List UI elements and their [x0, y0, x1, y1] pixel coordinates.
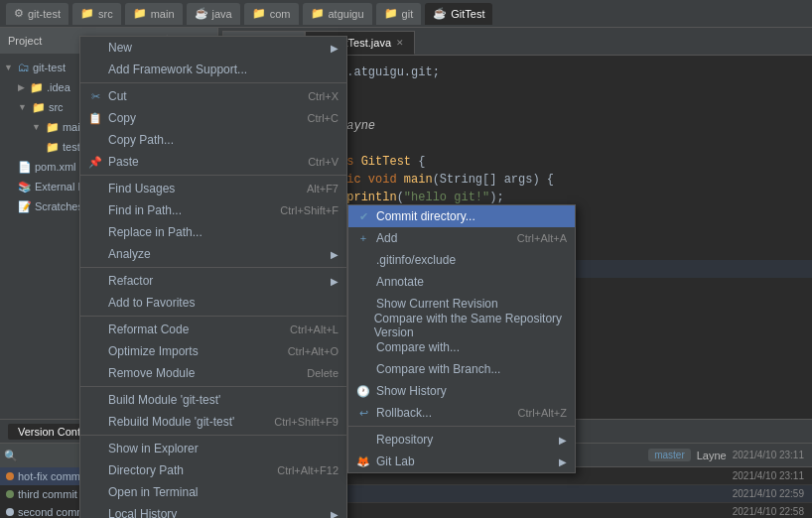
tab-git-test[interactable]: ⚙ git-test — [6, 3, 68, 25]
menu-item-explorer[interactable]: Show in Explorer — [80, 438, 346, 459]
tab-gittest[interactable]: ☕ GitTest — [425, 3, 492, 25]
local-history-arrow: ▶ — [331, 509, 338, 519]
menu-item-find-path[interactable]: Find in Path... Ctrl+Shift+F — [80, 199, 346, 221]
menu-item-new[interactable]: New ▶ — [80, 37, 346, 59]
date-label: 2021/4/10 23:11 — [733, 450, 804, 460]
author-label: Layne — [697, 450, 727, 461]
gitlab-icon: 🦊 — [356, 455, 370, 468]
menu-item-analyze[interactable]: Analyze ▶ — [80, 243, 346, 265]
tab-src[interactable]: 📁 src — [72, 3, 121, 25]
tab-close-gittest[interactable]: ✕ — [396, 38, 404, 48]
menu-item-reformat[interactable]: Reformat Code Ctrl+Alt+L — [80, 319, 346, 340]
git-separator-1 — [348, 426, 575, 427]
menu-item-terminal[interactable]: Open in Terminal — [80, 481, 346, 503]
search-icon: 🔍 — [4, 450, 18, 462]
paste-shortcut: Ctrl+V — [308, 156, 338, 168]
rollback-shortcut: Ctrl+Alt+Z — [517, 407, 567, 419]
rollback-icon: ↩ — [356, 407, 370, 420]
commit-row-3-date: 2021/4/10 22:58 — [733, 506, 804, 517]
paste-icon: 📌 — [88, 156, 102, 169]
find-usages-shortcut: Alt+F7 — [307, 183, 338, 194]
show-history-icon: 🕐 — [356, 385, 370, 398]
tree-arrow-idea: ▶ — [18, 82, 25, 92]
separator-5 — [80, 386, 346, 387]
add-icon: + — [356, 232, 370, 244]
reformat-shortcut: Ctrl+Alt+L — [290, 324, 338, 335]
folder-icon-4: 📁 — [311, 7, 325, 20]
menu-item-framework[interactable]: Add Framework Support... — [80, 59, 346, 80]
menu-item-compare-with[interactable]: Compare with... — [348, 336, 575, 358]
src-icon: 📁 — [32, 101, 46, 114]
menu-item-gitlab[interactable]: 🦊 Git Lab ▶ — [348, 451, 575, 472]
commit-dir-icon: ✔ — [356, 210, 370, 223]
new-arrow: ▶ — [331, 43, 338, 54]
separator-2 — [80, 175, 346, 176]
menu-item-favorites[interactable]: Add to Favorites — [80, 292, 346, 314]
refactor-arrow: ▶ — [331, 276, 338, 287]
menu-item-cut[interactable]: ✂ Cut Ctrl+X — [80, 85, 346, 107]
tab-git[interactable]: 📁 git — [376, 3, 422, 25]
menu-item-add[interactable]: + Add Ctrl+Alt+A — [348, 227, 575, 249]
menu-item-refactor[interactable]: Refactor ▶ — [80, 270, 346, 292]
gitlab-arrow: ▶ — [559, 456, 567, 467]
tree-arrow-git-test: ▼ — [4, 63, 13, 72]
menu-item-annotate[interactable]: Annotate — [348, 271, 575, 293]
tab-main[interactable]: 📁 main — [125, 3, 183, 25]
rebuild-shortcut: Ctrl+Shift+F9 — [274, 416, 338, 428]
tab-atguigu[interactable]: 📁 atguigu — [303, 3, 372, 25]
menu-item-dir-path[interactable]: Directory Path Ctrl+Alt+F12 — [80, 459, 346, 481]
menu-item-optimize[interactable]: Optimize Imports Ctrl+Alt+O — [80, 340, 346, 362]
menu-item-commit-dir[interactable]: ✔ Commit directory... — [348, 205, 575, 227]
git-submenu: ✔ Commit directory... + Add Ctrl+Alt+A .… — [347, 204, 576, 473]
separator-4 — [80, 316, 346, 317]
tree-label-test: test — [63, 141, 80, 153]
tree-arrow-src: ▼ — [18, 102, 27, 112]
main-folder-icon: 📁 — [46, 121, 60, 134]
git-icon: ⚙ — [14, 7, 24, 20]
menu-item-gitinfo[interactable]: .gitinfo/exclude — [348, 249, 575, 271]
analyze-arrow: ▶ — [331, 249, 338, 260]
tab-java[interactable]: ☕ java — [187, 3, 240, 25]
menu-item-repository[interactable]: Repository ▶ — [348, 429, 575, 451]
folder-icon-2: 📁 — [133, 7, 147, 20]
copy-icon: 📋 — [88, 112, 102, 125]
remove-shortcut: Delete — [307, 367, 338, 379]
menu-item-replace[interactable]: Replace in Path... — [80, 221, 346, 243]
tab-com[interactable]: 📁 com — [244, 3, 299, 25]
optimize-shortcut: Ctrl+Alt+O — [288, 345, 338, 357]
add-shortcut: Ctrl+Alt+A — [517, 232, 567, 244]
menu-item-copy[interactable]: 📋 Copy Ctrl+C — [80, 107, 346, 129]
commit-row-2-date: 2021/4/10 22:59 — [733, 488, 804, 499]
context-menu-left: New ▶ Add Framework Support... ✂ Cut Ctr… — [79, 36, 347, 518]
commit-dot-third — [6, 490, 14, 498]
top-bar: ⚙ git-test 📁 src 📁 main ☕ java 📁 com 📁 a… — [0, 0, 812, 28]
branch-badge: master — [648, 449, 691, 461]
menu-item-compare-branch[interactable]: Compare with Branch... — [348, 358, 575, 380]
tree-arrow-main: ▼ — [32, 122, 41, 132]
menu-item-show-history[interactable]: 🕐 Show History — [348, 380, 575, 402]
menu-item-paste[interactable]: 📌 Paste Ctrl+V — [80, 151, 346, 173]
java-icon: ☕ — [195, 7, 208, 20]
sidebar-title: Project — [8, 35, 42, 47]
menu-item-local-history[interactable]: Local History ▶ — [80, 503, 346, 518]
cut-icon: ✂ — [88, 90, 102, 103]
menu-item-rebuild[interactable]: Rebuild Module 'git-test' Ctrl+Shift+F9 — [80, 411, 346, 433]
menu-item-rollback[interactable]: ↩ Rollback... Ctrl+Alt+Z — [348, 402, 575, 424]
test-icon: 📁 — [46, 141, 60, 154]
idea-icon: 📁 — [30, 81, 44, 94]
menu-item-find-usages[interactable]: Find Usages Alt+F7 — [80, 178, 346, 199]
find-path-shortcut: Ctrl+Shift+F — [280, 204, 338, 216]
cut-shortcut: Ctrl+X — [308, 90, 338, 102]
scratches-icon: 📝 — [18, 200, 32, 213]
menu-item-copy-path[interactable]: Copy Path... — [80, 129, 346, 151]
java-icon-2: ☕ — [433, 7, 447, 20]
commit-row-1-date: 2021/4/10 23:11 — [733, 470, 804, 481]
pom-icon: 📄 — [18, 161, 32, 174]
menu-item-remove-module[interactable]: Remove Module Delete — [80, 362, 346, 384]
project-icon: 🗂 — [18, 61, 30, 74]
separator-1 — [80, 82, 346, 83]
external-icon: 📚 — [18, 181, 32, 194]
commit-dot-second — [6, 508, 14, 516]
menu-item-compare-repo[interactable]: Compare with the Same Repository Version — [348, 315, 575, 336]
menu-item-build[interactable]: Build Module 'git-test' — [80, 389, 346, 411]
